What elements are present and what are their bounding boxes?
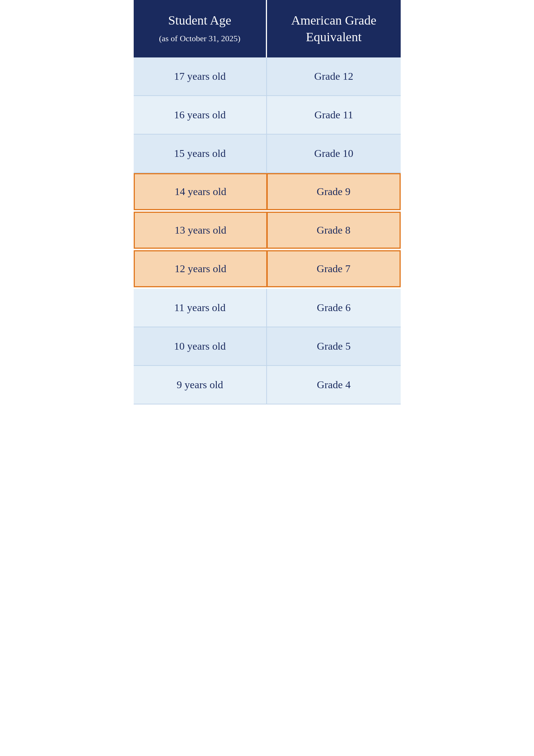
header-row: Student Age (as of October 31, 2025) Ame…	[134, 0, 401, 57]
grade-cell: Grade 6	[267, 289, 401, 327]
age-cell: 16 years old	[134, 96, 267, 135]
table-row: 17 years oldGrade 12	[134, 57, 401, 96]
table-row: 15 years oldGrade 10	[134, 135, 401, 173]
header-subtitle: (as of October 31, 2025)	[159, 34, 241, 43]
table-row: 16 years oldGrade 11	[134, 96, 401, 135]
header-grade: American Grade Equivalent	[267, 0, 401, 57]
table-row: 9 years oldGrade 4	[134, 366, 401, 404]
table-row: 13 years oldGrade 8	[134, 212, 401, 249]
header-age: Student Age (as of October 31, 2025)	[134, 0, 267, 57]
age-cell: 9 years old	[134, 366, 267, 404]
age-cell: 14 years old	[134, 173, 267, 210]
grade-cell: Grade 10	[267, 135, 401, 173]
grade-table: Student Age (as of October 31, 2025) Ame…	[134, 0, 401, 404]
age-cell: 15 years old	[134, 135, 267, 173]
grade-cell: Grade 8	[267, 212, 401, 249]
grade-cell: Grade 12	[267, 57, 401, 96]
grade-cell: Grade 7	[267, 250, 401, 287]
grade-cell: Grade 5	[267, 327, 401, 366]
grade-cell: Grade 9	[267, 173, 401, 210]
age-cell: 10 years old	[134, 327, 267, 366]
table-row: 11 years oldGrade 6	[134, 289, 401, 327]
age-cell: 12 years old	[134, 250, 267, 287]
age-cell: 11 years old	[134, 289, 267, 327]
grade-cell: Grade 4	[267, 366, 401, 404]
age-cell: 13 years old	[134, 212, 267, 249]
table-row: 10 years oldGrade 5	[134, 327, 401, 366]
table-row: 14 years oldGrade 9	[134, 173, 401, 210]
table-container: Student Age (as of October 31, 2025) Ame…	[134, 0, 401, 404]
age-cell: 17 years old	[134, 57, 267, 96]
table-row: 12 years oldGrade 7	[134, 250, 401, 287]
grade-cell: Grade 11	[267, 96, 401, 135]
